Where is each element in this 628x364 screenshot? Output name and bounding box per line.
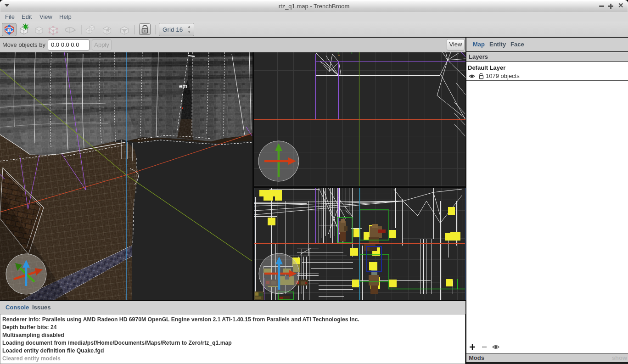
- svg-text:Grid 16: Grid 16: [163, 26, 183, 33]
- svg-text:em: em: [179, 83, 187, 90]
